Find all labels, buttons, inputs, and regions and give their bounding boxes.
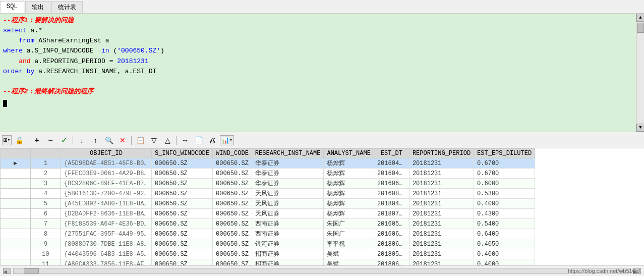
page-btn[interactable]: 📄 (193, 134, 205, 146)
delete-row-btn[interactable]: − (44, 134, 56, 146)
grid-toggle-btn[interactable]: ⊞ ▾ (2, 135, 12, 145)
cell-eps: 0.4000 (474, 259, 535, 266)
sep1 (28, 136, 28, 145)
cell-object-id: {5B01613D-7200-479E-922E-5E137DE6D481}… (61, 189, 152, 199)
row-arrow (1, 249, 31, 259)
row-arrow (1, 179, 31, 189)
search-btn[interactable]: 🔍 (103, 134, 115, 146)
table-row[interactable]: 3{BC92806C-89EF-41EA-B782-F28E42AAB667}…… (1, 179, 535, 189)
col-analyst[interactable]: ANALYST_NAME (324, 149, 374, 158)
col-estdt[interactable]: EST_DT (374, 149, 409, 158)
hscroll-thumb[interactable] (24, 268, 39, 273)
table-row[interactable]: 6{D2BADFF2-8636-11E8-BA17-0023245B3C29}…… (1, 209, 535, 219)
table-row[interactable]: 9{80880730-7DBE-11E8-A836-6C0B84982028}…… (1, 239, 535, 249)
confirm-btn[interactable]: ✓ (58, 134, 70, 146)
col-object-id[interactable]: OBJECT_ID (61, 149, 152, 158)
cell-repperiod: 20181231 (409, 229, 474, 239)
cell-object-id: {D2BADFF2-8636-11E8-BA17-0023245B3C29}… (61, 209, 152, 219)
copy-btn[interactable]: 📋 (134, 134, 146, 146)
cell-repperiod: 20181231 (409, 158, 474, 169)
row-arrow (1, 199, 31, 209)
cell-eps: 0.4000 (474, 249, 535, 259)
table-row[interactable]: ▶1{A5D98DAE-4B51-46F8-B089-00ECAC260F69}… (1, 158, 535, 169)
table-row[interactable]: 11{A86CA333-7856-11E8-AF75-6C0B84DE2E02}… (1, 259, 535, 266)
tab-sql[interactable]: SQL (0, 1, 24, 13)
sql-line-7 (3, 77, 633, 87)
results-table: OBJECT_ID S_INFO_WINDCODE WIND_CODE RESE… (0, 148, 535, 265)
cell-analyst: 朱国广 (324, 219, 374, 229)
hscroll-track[interactable] (13, 268, 631, 274)
cell-repperiod: 20181231 (409, 199, 474, 209)
row-arrow (1, 209, 31, 219)
cell-estdt: 20160622 (374, 179, 409, 189)
cell-analyst: 朱国广 (324, 229, 374, 239)
export-btn[interactable]: ↔ (179, 134, 191, 146)
cell-inst: 招商证券 (252, 249, 324, 259)
cell-eps: 0.4300 (474, 209, 535, 219)
cell-repperiod: 20181231 (409, 169, 474, 179)
table-row[interactable]: 4{5B01613D-7200-479E-922E-5E137DE6D481}…… (1, 189, 535, 199)
cell-wind: 000650.SZ (213, 199, 252, 209)
scroll-down-btn[interactable]: ▼ (636, 124, 644, 132)
print-btn[interactable]: 🖨 (206, 134, 218, 146)
col-inst[interactable]: RESEARCH_INST_NAME (252, 149, 324, 158)
cancel-btn[interactable]: ✕ (116, 134, 129, 146)
cell-estdt: 20180712 (374, 209, 409, 219)
sql-line-5: and a.REPORTING_PERIOD = 20181231 (3, 57, 633, 67)
sql-line-9 (3, 97, 633, 107)
editor-scrollbar[interactable]: ▲ ▼ (636, 14, 644, 132)
table-row[interactable]: 7{F818B539-A64F-4E36-BD2F-DDF8C5CD4350}…… (1, 219, 535, 229)
cell-estdt: 20180629 (374, 239, 409, 249)
sep2 (73, 136, 73, 145)
tab-output[interactable]: 输出 (25, 1, 50, 13)
data-grid[interactable]: OBJECT_ID S_INFO_WINDCODE WIND_CODE RESE… (0, 148, 644, 265)
cell-inst: 天风证券 (252, 189, 324, 199)
sql-editor[interactable]: --程序1：要解决的问题 select a.* from AShareEarni… (0, 14, 644, 132)
hscroll-left[interactable]: ◀ (3, 268, 11, 274)
row-arrow (1, 189, 31, 199)
cell-object-id: {80880730-7DBE-11E8-A836-6C0B84982028}… (61, 239, 152, 249)
cell-analyst: 李平祝 (324, 239, 374, 249)
cell-repperiod: 20181231 (409, 189, 474, 199)
tab-stats[interactable]: 统计表 (51, 1, 83, 13)
cell-analyst: 杨烨辉 (324, 179, 374, 189)
filter-down-btn[interactable]: ▽ (148, 134, 160, 146)
table-row[interactable]: 10{44043596-64B3-11E8-A547-6C0B84982028}… (1, 249, 535, 259)
move-down-btn[interactable]: ↓ (76, 134, 88, 146)
cell-wind: 000650.SZ (213, 179, 252, 189)
status-bar: ◀ ▶ (0, 265, 644, 275)
table-row[interactable]: 8{27551FAC-395F-4A49-957E-7C68CD85EDF6}…… (1, 229, 535, 239)
toolbar: ⊞ ▾ 🔒 + − ✓ ↓ ↑ 🔍 ✕ 📋 ▽ △ ↔ 📄 🖨 📊 ▾ (0, 132, 644, 148)
cell-estdt: 20180427 (374, 199, 409, 209)
cell-eps: 0.5400 (474, 219, 535, 229)
cell-inst: 华泰证券 (252, 179, 324, 189)
cell-inst: 西南证券 (252, 219, 324, 229)
cell-wind: 000650.SZ (213, 249, 252, 259)
row-number: 4 (31, 189, 61, 199)
row-number: 10 (31, 249, 61, 259)
table-row[interactable]: 2{FFEC03E9-0061-4A29-B8F1-761F656EAAB6}…… (1, 169, 535, 179)
col-repperiod[interactable]: REPORTING_PERIOD (409, 149, 474, 158)
cell-sinfo: 000650.SZ (152, 158, 213, 169)
sql-line-3: from AShareEarningEst a (3, 36, 633, 46)
cell-inst: 华泰证券 (252, 169, 324, 179)
cell-repperiod: 20181231 (409, 219, 474, 229)
table-row[interactable]: 5{A45ED892-4A80-11E8-8A45-4437E6DB745C}…… (1, 199, 535, 209)
scroll-thumb[interactable] (637, 23, 644, 33)
col-wind[interactable]: WIND_CODE (213, 149, 252, 158)
cell-inst: 天风证券 (252, 209, 324, 219)
row-number: 1 (31, 158, 61, 169)
col-sinfo[interactable]: S_INFO_WINDCODE (152, 149, 213, 158)
col-eps[interactable]: EST_EPS_DILUTED (474, 149, 535, 158)
cell-sinfo: 000650.SZ (152, 239, 213, 249)
chart-dropdown-btn[interactable]: 📊 ▾ (220, 135, 233, 145)
scroll-up-btn[interactable]: ▲ (636, 14, 644, 22)
cell-wind: 000650.SZ (213, 158, 252, 169)
filter-up-btn[interactable]: △ (161, 134, 173, 146)
cell-object-id: {44043596-64B3-11E8-A547-6C0B84982028}… (61, 249, 152, 259)
add-row-btn[interactable]: + (31, 134, 43, 146)
dropdown-arrow: ▾ (8, 137, 10, 143)
lock-btn[interactable]: 🔒 (13, 134, 25, 146)
move-up-btn[interactable]: ↑ (89, 134, 101, 146)
cell-estdt: 20180529 (374, 249, 409, 259)
